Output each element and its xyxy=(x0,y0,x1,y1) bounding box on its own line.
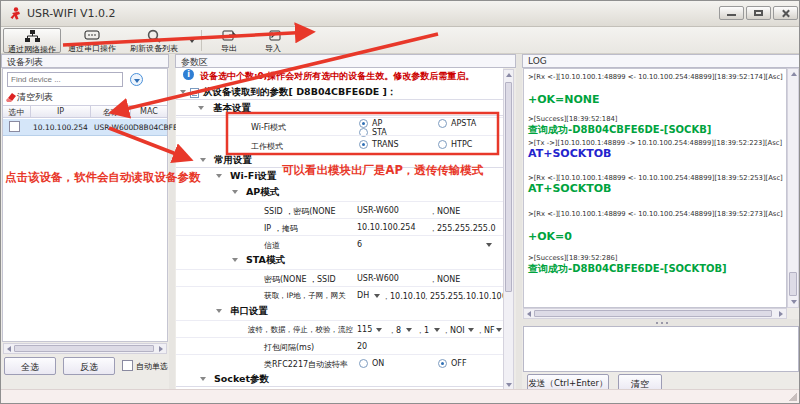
dhcp-dropdown-icon[interactable] xyxy=(374,294,380,298)
log-entry: 查询成功-D8B04CBFE6DE-[SOCKTOB] xyxy=(528,262,782,276)
scroll-right-icon[interactable] xyxy=(779,311,783,317)
row-wifi-mode: Wi-Fi模式 AP APSTA STA xyxy=(176,117,503,135)
section-socket[interactable]: Socket参数 xyxy=(176,372,503,387)
section-sta-mode[interactable]: STA模式 xyxy=(176,253,503,268)
collapse-icon[interactable] xyxy=(180,90,186,94)
parity-dropdown-icon[interactable] xyxy=(468,328,474,332)
baud-dropdown-icon[interactable] xyxy=(376,328,382,332)
ap-ip-value[interactable]: 10.10.100.254 xyxy=(357,223,416,232)
param-panel-header: 参数区 xyxy=(175,54,516,68)
maximize-button[interactable] xyxy=(746,6,771,20)
sta-ip-value[interactable]: 10.10.10 xyxy=(382,291,426,302)
column-header-ip[interactable]: IP xyxy=(31,105,91,118)
ap-ssid-label: SSID ，密码(NONE xyxy=(264,206,336,217)
scroll-left-icon[interactable] xyxy=(7,346,11,352)
splitter-right[interactable] xyxy=(516,54,522,389)
toolbar-button-export[interactable]: 导出 xyxy=(209,28,249,53)
scroll-thumb[interactable] xyxy=(534,310,772,317)
section-serial[interactable]: 串口设置 xyxy=(176,304,503,319)
sta-dhcp-select[interactable]: DH xyxy=(357,291,369,300)
baud-select[interactable]: 115 xyxy=(357,325,372,334)
collapse-icon[interactable] xyxy=(216,174,222,178)
toolbar-button-serial[interactable]: 通过串口操作 xyxy=(63,28,121,53)
column-header-mac[interactable]: MAC xyxy=(131,105,167,118)
collapse-icon[interactable] xyxy=(200,377,206,381)
toolbar-button-import[interactable]: 导入 xyxy=(253,28,293,53)
log-entry: AT+SOCKTOB xyxy=(528,182,782,195)
toolbar-button-label: 刷新设备列表 xyxy=(130,44,178,53)
invert-selection-button[interactable]: 反选 xyxy=(63,357,115,375)
flow-select[interactable]: NF xyxy=(476,325,495,336)
ap-ip-label: IP ，掩码 xyxy=(264,223,298,234)
device-row-checkbox[interactable] xyxy=(9,121,20,132)
scroll-up-icon[interactable] xyxy=(506,73,512,77)
ap-mask-value[interactable]: 255.255.255.0 xyxy=(429,223,496,234)
sta-ssid-value[interactable]: USR-W600 xyxy=(357,274,399,283)
sta-password-value[interactable]: NONE xyxy=(429,274,460,285)
channel-dropdown-icon[interactable] xyxy=(486,243,492,247)
column-header-name[interactable]: 名称 xyxy=(91,105,131,118)
send-command-input[interactable] xyxy=(523,326,799,372)
log-hscrollbar[interactable] xyxy=(523,308,787,319)
resize-grip-icon[interactable] xyxy=(788,392,797,401)
log-splitter[interactable] xyxy=(522,319,800,326)
scroll-thumb[interactable] xyxy=(505,82,512,292)
radio-rfc-off[interactable] xyxy=(438,359,447,368)
scroll-down-icon[interactable] xyxy=(791,300,797,304)
device-name: USR-W600 xyxy=(94,123,133,132)
pack-interval-value[interactable]: 20 xyxy=(357,342,367,351)
log-output[interactable]: >[Rx <-][10.10.100.1:48899 <- 10.10.100.… xyxy=(523,68,787,308)
channel-value[interactable]: 6 xyxy=(357,240,362,249)
minimize-button[interactable] xyxy=(719,6,744,20)
device-row[interactable]: 10.10.100.254 USR-W600 D8B04CBFE6 xyxy=(3,119,167,136)
radio-apsta[interactable] xyxy=(438,119,447,128)
section-title: 常用设置 xyxy=(214,154,252,167)
refresh-dropdown-icon[interactable] xyxy=(189,39,195,43)
toolbar-button-refresh-devices[interactable]: 刷新设备列表 xyxy=(123,28,185,53)
parity-select[interactable]: NOI xyxy=(442,325,465,336)
sta-dns-value[interactable]: 0.0.0. xyxy=(494,291,503,302)
find-device-dropdown-icon[interactable] xyxy=(130,73,143,86)
databits-select[interactable]: 8 xyxy=(388,325,401,336)
section-title: Wi-Fi设置 xyxy=(230,170,276,183)
radio-trans[interactable] xyxy=(359,140,368,149)
radio-rfc-on[interactable] xyxy=(359,359,368,368)
scroll-thumb[interactable] xyxy=(789,272,797,296)
row-channel: 信道 6 xyxy=(176,235,503,252)
close-button[interactable] xyxy=(773,6,798,20)
flow-dropdown-icon[interactable] xyxy=(496,328,502,332)
log-entry: >[Success][18:39:52:184] xyxy=(528,115,782,123)
select-all-button[interactable]: 全选 xyxy=(4,357,56,375)
scroll-right-icon[interactable] xyxy=(159,346,163,352)
auto-single-checkbox[interactable] xyxy=(122,360,133,371)
section-ap-mode[interactable]: AP模式 xyxy=(176,185,503,200)
ap-password-value[interactable]: NONE xyxy=(429,206,460,217)
collapse-icon[interactable] xyxy=(198,106,204,110)
tree-root-row[interactable]: 从设备读取到的参数[ D8B04CBFE6DE ]： xyxy=(176,85,503,100)
stopbits-dropdown-icon[interactable] xyxy=(434,328,440,332)
scroll-down-icon[interactable] xyxy=(506,383,512,387)
splitter-left[interactable] xyxy=(169,54,175,389)
section-basic[interactable]: 基本设置 xyxy=(176,101,503,116)
ap-ssid-value[interactable]: USR-W600 xyxy=(357,206,399,215)
channel-label: 信道 xyxy=(264,240,280,251)
collapse-icon[interactable] xyxy=(232,190,238,194)
collapse-icon[interactable] xyxy=(216,309,222,313)
param-vscrollbar[interactable] xyxy=(503,69,514,391)
collapse-icon[interactable] xyxy=(232,258,238,262)
scroll-left-icon[interactable] xyxy=(527,311,531,317)
scroll-thumb[interactable] xyxy=(14,345,154,352)
radio-htpc[interactable] xyxy=(438,140,447,149)
radio-ap[interactable] xyxy=(359,119,368,128)
collapse-icon[interactable] xyxy=(200,158,206,162)
device-list-hscrollbar[interactable] xyxy=(3,343,167,354)
stopbits-select[interactable]: 1 xyxy=(416,325,429,336)
scroll-up-icon[interactable] xyxy=(791,72,797,76)
databits-dropdown-icon[interactable] xyxy=(406,328,412,332)
column-header-checked[interactable]: 选中 xyxy=(3,105,31,118)
clear-list-button[interactable]: 清空列表 xyxy=(17,91,53,104)
log-vscrollbar[interactable] xyxy=(787,68,799,308)
toolbar-button-network[interactable]: 通过网络操作 xyxy=(3,28,61,53)
log-entry: >[Rx <-][10.10.100.1:48899 <- 10.10.100.… xyxy=(528,174,782,182)
find-device-input[interactable] xyxy=(7,72,123,87)
